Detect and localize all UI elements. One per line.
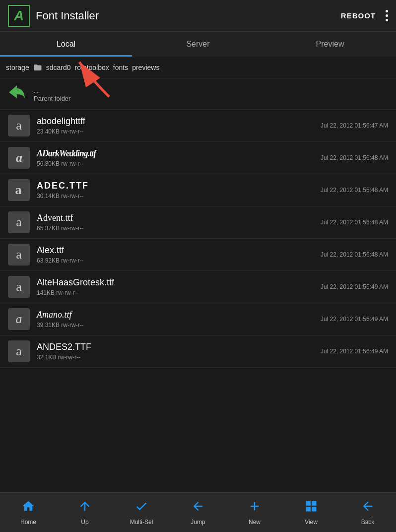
list-item[interactable]: a ADarkWedding.ttf 56.80KB rw-rw-r-- Jul…: [0, 142, 396, 174]
file-info: AlteHaasGrotesk.ttf 141KB rw-rw-r--: [37, 277, 317, 296]
back-nav-icon: [361, 499, 375, 517]
file-meta: 30.14KB rw-rw-r--: [37, 193, 317, 200]
file-type-icon: a: [8, 308, 30, 330]
breadcrumb-fonts[interactable]: fonts: [113, 64, 128, 71]
file-type-icon: a: [8, 276, 30, 298]
app-header: A Font Installer REBOOT: [0, 0, 396, 32]
file-date: Jul 22, 2012 01:56:48 AM: [321, 154, 388, 161]
file-name: Alex.ttf: [37, 245, 317, 256]
file-date: Jul 22, 2012 01:56:49 AM: [321, 283, 388, 290]
nav-home-label: Home: [20, 519, 36, 526]
new-icon: [248, 499, 262, 517]
tab-server-label: Server: [186, 40, 209, 49]
nav-up[interactable]: Up: [57, 499, 113, 526]
file-icon-letter: a: [16, 150, 22, 165]
home-icon: [21, 499, 35, 517]
app-icon: A: [8, 5, 30, 27]
file-date: Jul 22, 2012 01:56:49 AM: [321, 348, 388, 355]
list-item[interactable]: a Amano.ttf 39.31KB rw-rw-r-- Jul 22, 20…: [0, 303, 396, 335]
breadcrumb-storage[interactable]: storage: [6, 64, 29, 71]
nav-back[interactable]: Back: [339, 499, 396, 526]
file-name: Advent.ttf: [37, 213, 317, 224]
file-type-icon: a: [8, 340, 30, 362]
nav-view[interactable]: View: [283, 499, 339, 526]
file-icon-letter: a: [15, 183, 23, 198]
file-icon-letter: a: [16, 344, 22, 359]
list-item[interactable]: a ADEC.TTF 30.14KB rw-rw-r-- Jul 22, 201…: [0, 174, 396, 206]
file-type-icon: a: [8, 244, 30, 266]
file-info: Alex.ttf 63.92KB rw-rw-r--: [37, 245, 317, 264]
parent-folder-dots: ..: [34, 86, 70, 95]
file-info: ANDES2.TTF 32.1KB rw-rw-r--: [37, 342, 317, 361]
tab-local-label: Local: [57, 40, 75, 49]
parent-folder-icon: [8, 83, 27, 104]
breadcrumb-romtoolbox[interactable]: romtoolbox: [75, 64, 109, 71]
file-meta: 23.40KB rw-rw-r--: [37, 128, 317, 135]
breadcrumb: storage sdcard0 romtoolbox fonts preview…: [0, 57, 396, 78]
breadcrumb-sdcard0[interactable]: sdcard0: [46, 64, 71, 71]
list-item[interactable]: a abodelighttff 23.40KB rw-rw-r-- Jul 22…: [0, 110, 396, 142]
nav-home[interactable]: Home: [0, 499, 57, 526]
file-icon-letter: a: [16, 215, 22, 230]
list-item[interactable]: a ANDES2.TTF 32.1KB rw-rw-r-- Jul 22, 20…: [0, 335, 396, 368]
file-name: Amano.ttf: [37, 310, 317, 321]
breadcrumb-previews[interactable]: previews: [132, 64, 159, 71]
file-icon-letter: a: [16, 279, 22, 294]
file-date: Jul 22, 2012 01:56:49 AM: [321, 316, 388, 323]
file-meta: 56.80KB rw-rw-r--: [37, 160, 317, 167]
nav-view-label: View: [305, 519, 318, 526]
file-date: Jul 22, 2012 01:56:48 AM: [321, 219, 388, 226]
menu-dot-2: [386, 14, 388, 17]
nav-back-label: Back: [361, 519, 375, 526]
tab-server[interactable]: Server: [132, 32, 264, 57]
tab-bar: Local Server Preview: [0, 32, 396, 57]
tab-preview[interactable]: Preview: [264, 32, 396, 57]
nav-jump-label: Jump: [191, 519, 205, 526]
up-icon: [78, 499, 92, 517]
reboot-button[interactable]: REBOOT: [341, 11, 376, 20]
tab-active-indicator: [0, 55, 132, 57]
file-type-icon: a: [8, 211, 30, 233]
overflow-menu-button[interactable]: [386, 10, 388, 21]
parent-folder-label: Parent folder: [34, 95, 70, 102]
tab-local[interactable]: Local: [0, 32, 132, 57]
file-icon-letter: a: [16, 118, 22, 133]
file-info: ADarkWedding.ttf 56.80KB rw-rw-r--: [37, 148, 317, 167]
list-item[interactable]: a Alex.ttf 63.92KB rw-rw-r-- Jul 22, 201…: [0, 239, 396, 271]
bottom-navigation: Home Up Multi-Sel Jump New View Back: [0, 492, 396, 532]
file-name: abodelighttff: [37, 116, 317, 127]
parent-folder-text: .. Parent folder: [34, 86, 70, 102]
file-info: Advent.ttf 65.37KB rw-rw-r--: [37, 213, 317, 232]
file-meta: 63.92KB rw-rw-r--: [37, 257, 317, 264]
file-meta: 65.37KB rw-rw-r--: [37, 225, 317, 232]
file-info: abodelighttff 23.40KB rw-rw-r--: [37, 116, 317, 135]
file-info: ADEC.TTF 30.14KB rw-rw-r--: [37, 181, 317, 200]
file-type-icon: a: [8, 179, 30, 201]
tab-preview-label: Preview: [316, 40, 344, 49]
breadcrumb-folder-icon: [33, 63, 42, 72]
multisel-icon: [134, 499, 148, 517]
nav-new[interactable]: New: [226, 499, 283, 526]
app-title: Font Installer: [36, 9, 341, 22]
list-item[interactable]: a AlteHaasGrotesk.ttf 141KB rw-rw-r-- Ju…: [0, 271, 396, 303]
nav-multisel-label: Multi-Sel: [130, 519, 153, 526]
file-date: Jul 22, 2012 01:56:48 AM: [321, 187, 388, 194]
file-type-icon: a: [8, 147, 30, 169]
parent-folder-row[interactable]: .. Parent folder: [0, 78, 396, 110]
menu-dot-1: [386, 10, 388, 12]
back-arrow-icon: [8, 83, 27, 100]
app-icon-letter: A: [14, 8, 24, 24]
view-icon: [304, 499, 318, 517]
file-date: Jul 22, 2012 01:56:48 AM: [321, 251, 388, 258]
file-rows: a abodelighttff 23.40KB rw-rw-r-- Jul 22…: [0, 110, 396, 368]
file-name: AlteHaasGrotesk.ttf: [37, 277, 317, 288]
file-icon-letter: a: [16, 247, 22, 262]
jump-icon: [191, 499, 205, 517]
nav-jump[interactable]: Jump: [170, 499, 226, 526]
file-info: Amano.ttf 39.31KB rw-rw-r--: [37, 310, 317, 329]
file-icon-letter: a: [16, 312, 22, 327]
file-name: ADarkWedding.ttf: [37, 148, 317, 159]
list-item[interactable]: a Advent.ttf 65.37KB rw-rw-r-- Jul 22, 2…: [0, 206, 396, 239]
file-name: ADEC.TTF: [37, 181, 317, 192]
nav-multisel[interactable]: Multi-Sel: [113, 499, 170, 526]
